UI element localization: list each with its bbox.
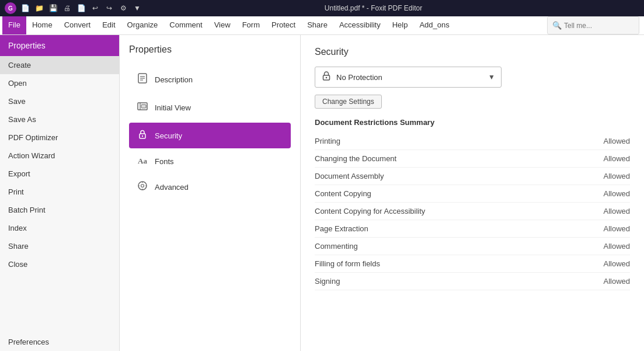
- restriction-row: Content CopyingAllowed: [315, 185, 630, 203]
- tb-redo-icon[interactable]: ↪: [104, 3, 114, 13]
- restriction-row: PrintingAllowed: [315, 133, 630, 150]
- nav-open[interactable]: Open: [0, 74, 119, 92]
- nav-export[interactable]: Export: [0, 165, 119, 183]
- restriction-row: CommentingAllowed: [315, 238, 630, 255]
- properties-title: Properties: [129, 44, 291, 55]
- title-bar: G 📄 📁 💾 🖨 📄 ↩ ↪ ⚙ ▼ Untitled.pdf * - Fox…: [0, 0, 644, 16]
- restriction-name: Content Copying: [315, 189, 371, 198]
- svg-point-9: [138, 182, 147, 190]
- prop-nav-initial-view[interactable]: Initial View: [129, 95, 291, 120]
- main-layout: Properties Create Open Save Save As PDF …: [0, 35, 644, 351]
- restriction-name: Commenting: [315, 242, 358, 251]
- tb-new-icon[interactable]: 📄: [20, 3, 30, 13]
- title-bar-left: G 📄 📁 💾 🖨 📄 ↩ ↪ ⚙ ▼: [5, 2, 142, 14]
- tb-print-icon[interactable]: 🖨: [62, 3, 72, 13]
- restriction-value: Allowed: [603, 277, 630, 286]
- search-input[interactable]: [564, 22, 634, 30]
- nav-save-as[interactable]: Save As: [0, 110, 119, 128]
- menu-add-ons[interactable]: Add_ons: [413, 16, 455, 34]
- menu-file[interactable]: File: [2, 16, 26, 34]
- prop-nav-description-label: Description: [155, 75, 193, 84]
- restriction-name: Printing: [315, 137, 340, 145]
- restriction-row: Document AssemblyAllowed: [315, 168, 630, 185]
- menu-bar: File Home Convert Edit Organize Comment …: [0, 16, 644, 35]
- tb-dropdown-icon[interactable]: ▼: [132, 3, 142, 13]
- svg-rect-6: [141, 105, 146, 108]
- nav-share[interactable]: Share: [0, 237, 119, 255]
- search-icon: 🔍: [552, 21, 562, 30]
- lock-icon: [321, 71, 332, 84]
- svg-point-10: [141, 185, 144, 187]
- restriction-name: Content Copying for Accessibility: [315, 207, 425, 216]
- nav-preferences[interactable]: Preferences: [0, 333, 119, 351]
- prop-nav-advanced[interactable]: Advanced: [129, 174, 291, 200]
- restriction-name: Signing: [315, 277, 340, 286]
- svg-point-8: [142, 135, 143, 137]
- nav-create[interactable]: Create: [0, 56, 119, 74]
- restriction-value: Allowed: [603, 224, 630, 233]
- menu-edit[interactable]: Edit: [96, 16, 121, 34]
- tb-share-icon[interactable]: ⚙: [118, 3, 128, 13]
- security-dropdown[interactable]: No Protection ▼: [315, 67, 502, 88]
- nav-pdf-optimizer[interactable]: PDF Optimizer: [0, 128, 119, 147]
- app-logo: G: [5, 2, 16, 14]
- tb-open-icon[interactable]: 📁: [34, 3, 44, 13]
- description-icon: [136, 72, 149, 86]
- properties-panel: Properties Description Initial: [120, 35, 301, 351]
- nav-save[interactable]: Save: [0, 92, 119, 110]
- content-title: Security: [315, 47, 630, 57]
- restriction-value: Allowed: [603, 207, 630, 216]
- restriction-row: SigningAllowed: [315, 273, 630, 290]
- prop-nav-description[interactable]: Description: [129, 67, 291, 92]
- restriction-row: Filling of form fieldsAllowed: [315, 255, 630, 273]
- tb-export-icon[interactable]: 📄: [76, 3, 86, 13]
- menu-form[interactable]: Form: [236, 16, 266, 34]
- restriction-name: Filling of form fields: [315, 259, 380, 268]
- restriction-value: Allowed: [603, 189, 630, 198]
- restrictions-list: PrintingAllowedChanging the DocumentAllo…: [315, 133, 630, 290]
- restriction-row: Changing the DocumentAllowed: [315, 150, 630, 168]
- restriction-value: Allowed: [603, 242, 630, 251]
- menu-organize[interactable]: Organize: [121, 16, 164, 34]
- initial-view-icon: [136, 100, 149, 114]
- fonts-icon: Aa: [136, 157, 149, 166]
- menu-share[interactable]: Share: [301, 16, 333, 34]
- menu-accessibility[interactable]: Accessibility: [333, 16, 387, 34]
- restriction-value: Allowed: [603, 172, 630, 180]
- menu-convert[interactable]: Convert: [58, 16, 97, 34]
- restriction-value: Allowed: [603, 137, 630, 145]
- content-area: Security No Protection ▼ Change Settings…: [301, 35, 644, 351]
- doc-restrictions-title: Document Restrictions Summary: [315, 118, 630, 127]
- prop-nav-fonts[interactable]: Aa Fonts: [129, 151, 291, 172]
- tb-undo-icon[interactable]: ↩: [90, 3, 100, 13]
- prop-nav-fonts-label: Fonts: [155, 157, 174, 166]
- restriction-row: Content Copying for AccessibilityAllowed: [315, 203, 630, 220]
- restriction-row: Page ExtractionAllowed: [315, 220, 630, 238]
- nav-close[interactable]: Close: [0, 255, 119, 273]
- restriction-value: Allowed: [603, 259, 630, 268]
- prop-nav-security-label: Security: [155, 131, 182, 140]
- menu-comment[interactable]: Comment: [163, 16, 208, 34]
- menu-protect[interactable]: Protect: [266, 16, 301, 34]
- svg-point-16: [326, 77, 328, 79]
- security-dropdown-label: No Protection: [336, 73, 483, 82]
- advanced-icon: [136, 180, 149, 194]
- nav-index[interactable]: Index: [0, 219, 119, 237]
- restriction-value: Allowed: [603, 154, 630, 163]
- nav-print[interactable]: Print: [0, 183, 119, 201]
- prop-nav-initial-view-label: Initial View: [155, 103, 191, 112]
- security-icon: [136, 128, 149, 143]
- tb-save-icon[interactable]: 💾: [48, 3, 58, 13]
- nav-batch-print[interactable]: Batch Print: [0, 201, 119, 219]
- change-settings-button[interactable]: Change Settings: [315, 95, 382, 109]
- left-panel: Properties Create Open Save Save As PDF …: [0, 35, 120, 351]
- restriction-name: Changing the Document: [315, 154, 396, 163]
- window-title: Untitled.pdf * - Foxit PDF Editor: [325, 4, 422, 12]
- restriction-name: Page Extraction: [315, 224, 368, 233]
- nav-action-wizard[interactable]: Action Wizard: [0, 147, 119, 165]
- prop-nav-security[interactable]: Security: [129, 123, 291, 148]
- menu-help[interactable]: Help: [387, 16, 414, 34]
- search-bar[interactable]: 🔍: [547, 16, 639, 34]
- menu-home[interactable]: Home: [26, 16, 58, 34]
- menu-view[interactable]: View: [208, 16, 236, 34]
